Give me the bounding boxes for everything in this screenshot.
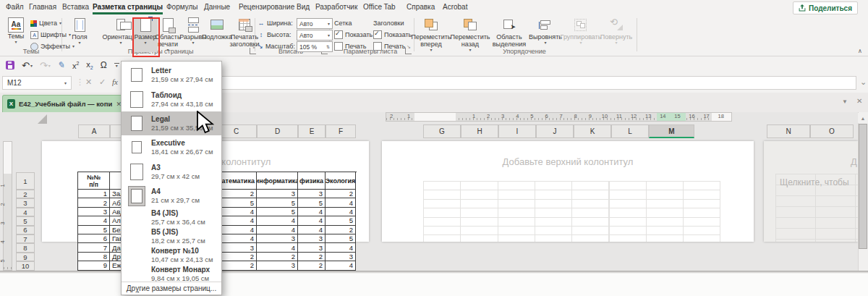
checkbox-icon[interactable] xyxy=(334,30,343,39)
tab-вид[interactable]: Вид xyxy=(297,3,310,11)
tab-list-icon[interactable]: ▼ xyxy=(842,98,848,105)
omega-symbol-icon[interactable]: Ω xyxy=(101,60,107,70)
table-header-cell[interactable]: физика xyxy=(298,172,326,190)
menu-item-a4[interactable]: A421 см x 29,7 см xyxy=(122,184,221,208)
tab-вставка[interactable]: Вставка xyxy=(62,3,89,11)
row-header-9[interactable]: 9 xyxy=(16,253,35,261)
checkbox-icon[interactable] xyxy=(373,42,382,51)
column-header-O[interactable]: O xyxy=(810,124,854,138)
table-cell[interactable]: 4 xyxy=(326,261,356,270)
column-header-N[interactable]: N xyxy=(767,124,810,138)
scroll-up-icon[interactable]: ▲ xyxy=(858,113,868,123)
row-header-10[interactable]: 10 xyxy=(16,261,35,270)
table-header-cell[interactable]: Экология xyxy=(326,172,356,190)
page-setup-margins-button[interactable]: Поля▾ xyxy=(65,17,94,52)
table-cell[interactable]: 5 xyxy=(326,234,356,243)
menu-item-таблоид[interactable]: Таблоид27,94 см x 43,18 см xyxy=(122,87,221,111)
menu-item-b5--jis-[interactable]: B5 (JIS)18,2 см x 25,7 см xyxy=(122,227,221,245)
name-box[interactable]: M12 ▾ xyxy=(2,76,72,90)
column-header-A[interactable]: A xyxy=(78,124,110,138)
table-cell[interactable]: 3 xyxy=(326,253,356,261)
table-cell[interactable]: 4 xyxy=(257,216,298,225)
table-cell[interactable]: 4 xyxy=(326,208,356,216)
column-header-E[interactable]: E xyxy=(298,124,326,138)
enter-icon[interactable]: ✓ xyxy=(99,77,106,87)
tab-главная[interactable]: Главная xyxy=(29,3,56,11)
table-cell[interactable]: 3 xyxy=(298,243,326,252)
page-2[interactable]: Добавьте верхний колонтитул xyxy=(382,141,754,242)
table-cell[interactable]: 4 xyxy=(257,243,298,252)
table-cell[interactable]: 2 xyxy=(298,253,326,261)
table-header-cell[interactable]: №№ п/п xyxy=(78,172,110,190)
redo-icon[interactable]: ↷▾ xyxy=(40,60,51,71)
checkbox-row[interactable]: Печать xyxy=(334,41,366,51)
themes-button[interactable]: AaТемы▾ xyxy=(3,17,29,52)
menu-item-more-paper-sizes[interactable]: Другие размеры страниц... xyxy=(122,282,221,295)
splitter-icon[interactable]: ⋮ xyxy=(76,77,84,87)
tab-office-tab[interactable]: Office Tab xyxy=(363,3,396,11)
menu-item-a3[interactable]: A329,7 см x 42 см xyxy=(122,160,221,184)
tab-справка[interactable]: Справка xyxy=(407,3,435,11)
chevron-down-icon[interactable]: ▾ xyxy=(328,21,330,26)
table-cell[interactable]: 4 xyxy=(326,198,356,207)
tab-данные[interactable]: Данные xyxy=(204,3,230,11)
collapse-ribbon-icon[interactable]: ∧ xyxy=(858,48,862,54)
table-cell[interactable]: 4 xyxy=(298,208,326,216)
fx-icon[interactable]: fx xyxy=(112,77,118,86)
row-header-6[interactable]: 6 xyxy=(16,226,35,234)
table-cell[interactable]: 3 xyxy=(298,190,326,198)
superscript-icon[interactable]: x2 xyxy=(72,61,79,70)
checkbox-row[interactable]: Показать xyxy=(334,30,373,40)
menu-item-b4--jis-[interactable]: B4 (JIS)25,7 см x 36,4 см xyxy=(122,208,221,227)
tab-формулы[interactable]: Формулы xyxy=(166,3,198,11)
checkbox-icon[interactable] xyxy=(334,42,343,51)
row-header-8[interactable]: 8 xyxy=(16,243,35,252)
spinner-icon[interactable]: ⇅ xyxy=(326,44,330,49)
tab-рецензирование[interactable]: Рецензирование xyxy=(239,3,294,11)
table-cell[interactable]: 4 xyxy=(298,216,326,225)
column-header-J[interactable]: J xyxy=(536,124,574,138)
select-all-button[interactable] xyxy=(38,114,47,124)
chevron-down-icon[interactable]: ▾ xyxy=(328,33,330,38)
menu-item-конверт-монарх[interactable]: Конверт Монарх9,84 см x 19,05 см xyxy=(122,264,221,283)
arrange-bring-forward[interactable]: Переместитьвперед▾ xyxy=(411,17,451,52)
row-header-2[interactable]: 2 xyxy=(16,190,35,198)
column-header-M[interactable]: M xyxy=(649,124,694,138)
table-cell[interactable]: 3 xyxy=(257,234,298,243)
menu-item-конверт--10[interactable]: Конверт №1010,47 см x 24,13 см xyxy=(122,245,221,264)
table-cell[interactable]: 1 xyxy=(78,190,110,198)
table-cell[interactable]: 2 xyxy=(326,226,356,234)
table-cell[interactable]: 6 xyxy=(78,234,110,243)
table-cell[interactable]: 4 xyxy=(78,216,110,225)
scale-spinner[interactable]: 105 %⇅ xyxy=(297,41,333,52)
arrange-send-backward[interactable]: Переместитьназад▾ xyxy=(450,17,490,52)
table-cell[interactable]: 3 xyxy=(257,190,298,198)
table-cell[interactable]: 3 xyxy=(78,208,110,216)
scrollbar-thumb[interactable] xyxy=(859,124,867,249)
ink-pen-icon[interactable]: ✎ xyxy=(58,60,65,70)
table-cell[interactable]: 5 xyxy=(326,216,356,225)
expand-formula-bar-icon[interactable]: ⌄ xyxy=(860,77,867,87)
combo-0[interactable]: Авто▾ xyxy=(297,18,333,29)
table-cell[interactable]: 3 xyxy=(298,234,326,243)
page-3[interactable]: Д Щелкните, чтобы xyxy=(764,141,858,242)
combo-1[interactable]: Авто▾ xyxy=(297,30,333,41)
close-document-icon[interactable]: ✕ xyxy=(856,97,862,105)
menu-item-letter[interactable]: Letter21,59 см x 27,94 см xyxy=(122,63,221,87)
tab-acrobat[interactable]: Acrobat xyxy=(443,3,467,11)
row-header-4[interactable]: 4 xyxy=(16,208,35,216)
table-cell[interactable]: 4 xyxy=(326,243,356,252)
header-placeholder-page2[interactable]: Добавьте верхний колонтитул xyxy=(382,156,754,167)
tab-разработчик[interactable]: Разработчик xyxy=(315,3,357,11)
row-header-5[interactable]: 5 xyxy=(16,216,35,225)
table-cell[interactable]: 9 xyxy=(78,261,110,270)
column-header-D[interactable]: D xyxy=(257,124,298,138)
column-header-H[interactable]: H xyxy=(461,124,498,138)
column-header-G[interactable]: G xyxy=(423,124,461,138)
column-header-F[interactable]: F xyxy=(326,124,356,138)
save-icon[interactable] xyxy=(6,61,14,69)
document-tab[interactable]: X E42_Учебный файл — копия * ✕ xyxy=(2,95,127,112)
tab-page-layout[interactable]: Разметка страницы xyxy=(93,3,163,14)
table-cell[interactable]: 2 xyxy=(257,253,298,261)
table-header-cell[interactable]: информатика xyxy=(257,172,298,190)
